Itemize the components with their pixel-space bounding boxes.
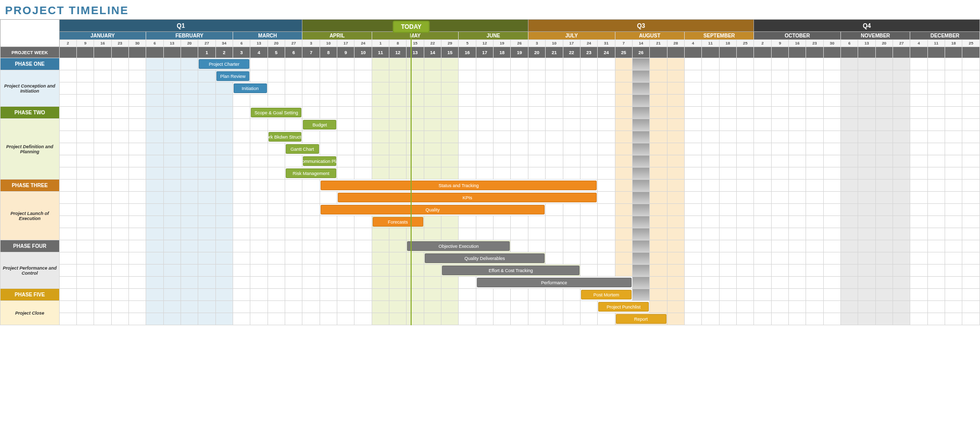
grid-cell [146, 131, 163, 143]
grid-cell [320, 277, 337, 289]
task-bar[interactable]: Quality [321, 205, 545, 214]
grid-cell [650, 252, 667, 265]
grid-cell [268, 265, 285, 277]
task-bar[interactable]: Status and Tracking [321, 181, 597, 190]
grid-cell [580, 107, 597, 119]
grid-cell [511, 95, 528, 107]
project-week-number [94, 47, 111, 58]
grid-cell [302, 313, 320, 325]
grid-cell [163, 313, 181, 325]
grid-cell [146, 155, 163, 167]
grid-cell [910, 131, 927, 143]
grid-cell [494, 216, 511, 228]
task-bar[interactable]: Work Bkdwn Structure [269, 132, 302, 142]
grid-cell [389, 107, 407, 119]
grid-cell [111, 228, 128, 240]
project-week-number [163, 47, 181, 58]
grid-cell [823, 107, 840, 119]
grid-cell [789, 82, 806, 95]
grid-cell [354, 70, 372, 82]
grid-cell [580, 252, 597, 265]
grid-cell [407, 107, 424, 119]
task-bar[interactable]: Communication Plan [303, 156, 336, 166]
grid-cell [128, 240, 146, 252]
grid-cell [459, 289, 476, 301]
grid-cell [667, 313, 684, 325]
grid-cell [684, 216, 701, 228]
grid-cell [476, 82, 493, 95]
grid-cell [146, 216, 163, 228]
grid-cell [927, 70, 945, 82]
grid-cell [858, 131, 875, 143]
grid-cell [754, 240, 771, 252]
task-bar[interactable]: Forecasts [373, 217, 423, 227]
grid-cell [823, 58, 840, 70]
grid-cell [268, 313, 285, 325]
week-date: 13 [858, 40, 875, 47]
task-bar[interactable]: Effort & Cost Tracking [442, 266, 580, 275]
quarter-header: Q4 [754, 20, 980, 32]
grid-cell [94, 252, 111, 265]
grid-cell [128, 155, 146, 167]
week-date: 1 [372, 40, 389, 47]
task-bar[interactable]: Objective Execution [407, 241, 510, 251]
grid-cell [354, 143, 372, 155]
grid-cell [198, 216, 215, 228]
grid-cell [875, 265, 893, 277]
grid-cell [494, 58, 511, 70]
task-bar[interactable]: Quality Deliverables [425, 253, 545, 263]
grid-cell [407, 301, 424, 313]
week-date: 20 [181, 40, 198, 47]
task-bar[interactable]: Report [616, 314, 666, 324]
task-cell: Scope & Goal Setting [250, 107, 302, 119]
grid-cell [580, 82, 597, 95]
task-bar[interactable]: Project Charter [199, 59, 249, 69]
task-bar[interactable]: Plan Review [216, 71, 250, 81]
grid-cell [407, 82, 424, 95]
grid-cell [771, 240, 788, 252]
grid-cell [459, 155, 476, 167]
task-bar[interactable]: Project Punchlist [598, 302, 649, 312]
grid-cell [407, 70, 424, 82]
task-bar[interactable]: Post Mortem [581, 290, 632, 299]
week-date: 23 [806, 40, 823, 47]
task-bar[interactable]: Budget [303, 120, 336, 129]
task-cell: Forecasts [372, 216, 424, 228]
grid-cell [771, 95, 788, 107]
grid-cell [667, 70, 684, 82]
grid-cell [927, 265, 945, 277]
grid-cell [268, 143, 285, 155]
grid-cell [250, 58, 268, 70]
project-week-number: 24 [598, 47, 615, 58]
grid-cell [354, 119, 372, 131]
grid-cell [598, 265, 615, 277]
project-week-number: 23 [580, 47, 597, 58]
task-bar[interactable]: Gantt Chart [286, 144, 319, 154]
task-bar[interactable]: Performance [477, 278, 632, 287]
grid-cell [128, 107, 146, 119]
task-bar[interactable]: Initiation [234, 83, 267, 93]
grid-cell [615, 155, 632, 167]
grid-cell [580, 70, 597, 82]
grid-cell [632, 228, 649, 240]
grid-cell [389, 301, 407, 313]
grid-cell [546, 167, 563, 180]
grid-cell [632, 70, 649, 82]
grid-cell [424, 313, 441, 325]
grid-cell [823, 131, 840, 143]
grid-cell [94, 70, 111, 82]
grid-cell [320, 95, 337, 107]
task-bar[interactable]: Risk Management [286, 168, 336, 178]
grid-cell [771, 216, 788, 228]
grid-cell [598, 82, 615, 95]
task-bar[interactable]: Scope & Goal Setting [251, 108, 301, 117]
grid-cell [736, 143, 754, 155]
grid-cell [285, 192, 302, 204]
task-bar[interactable]: KPIs [338, 193, 597, 202]
grid-cell [111, 192, 128, 204]
week-date: 4 [684, 40, 701, 47]
grid-cell [268, 119, 285, 131]
grid-cell [736, 155, 754, 167]
task-cell: Quality [320, 204, 545, 216]
grid-cell [163, 301, 181, 313]
